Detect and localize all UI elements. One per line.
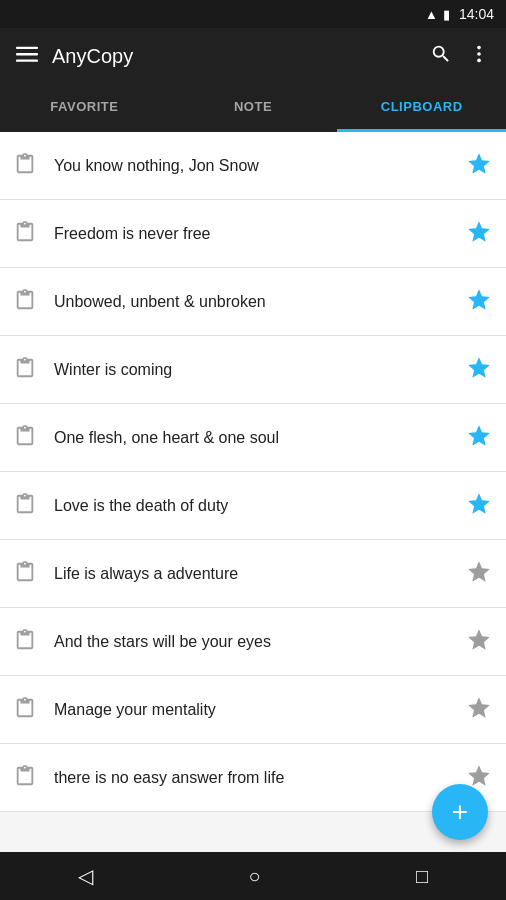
status-time: 14:04 [459,6,494,22]
svg-point-3 [477,46,481,50]
nav-bar: ◁ ○ □ [0,852,506,900]
star-icon[interactable] [466,491,492,521]
status-icons: ▲ ▮ 14:04 [425,6,494,22]
list-item[interactable]: And the stars will be your eyes [0,608,506,676]
clipboard-icon [14,561,54,587]
app-title: AnyCopy [52,45,430,68]
list-item[interactable]: Life is always a adventure [0,540,506,608]
item-text: Freedom is never free [54,225,466,243]
star-icon[interactable] [466,287,492,317]
list-item[interactable]: there is no easy answer from life [0,744,506,812]
star-icon[interactable] [466,423,492,453]
clipboard-icon [14,425,54,451]
list-item[interactable]: Winter is coming [0,336,506,404]
list-item[interactable]: Manage your mentality [0,676,506,744]
app-bar-actions [430,43,490,69]
status-bar: ▲ ▮ 14:04 [0,0,506,28]
fab-container: + [432,784,488,840]
hamburger-icon[interactable] [16,43,38,70]
clipboard-icon [14,629,54,655]
item-text: And the stars will be your eyes [54,633,466,651]
tabs: FAVORITE NOTE CLIPBOARD [0,84,506,132]
item-text: Unbowed, unbent & unbroken [54,293,466,311]
item-text: Life is always a adventure [54,565,466,583]
svg-point-5 [477,59,481,63]
tab-clipboard[interactable]: CLIPBOARD [337,84,506,132]
clipboard-icon [14,289,54,315]
list-item[interactable]: Unbowed, unbent & unbroken [0,268,506,336]
item-text: Winter is coming [54,361,466,379]
app-bar: AnyCopy [0,28,506,84]
list-item[interactable]: You know nothing, Jon Snow [0,132,506,200]
recent-button[interactable]: □ [396,857,448,896]
item-text: One flesh, one heart & one soul [54,429,466,447]
tab-note[interactable]: NOTE [169,84,338,132]
clipboard-icon [14,221,54,247]
tab-favorite[interactable]: FAVORITE [0,84,169,132]
star-icon[interactable] [466,695,492,725]
star-icon[interactable] [466,627,492,657]
clipboard-icon [14,153,54,179]
clipboard-icon [14,357,54,383]
list-item[interactable]: One flesh, one heart & one soul [0,404,506,472]
back-button[interactable]: ◁ [58,856,113,896]
svg-rect-2 [16,59,38,61]
star-icon[interactable] [466,219,492,249]
star-icon[interactable] [466,151,492,181]
list-item[interactable]: Love is the death of duty [0,472,506,540]
clipboard-icon [14,765,54,791]
svg-point-4 [477,52,481,56]
search-icon[interactable] [430,43,452,69]
list-item[interactable]: Freedom is never free [0,200,506,268]
wifi-icon: ▲ [425,7,438,22]
home-button[interactable]: ○ [228,857,280,896]
svg-rect-0 [16,46,38,48]
item-text: Manage your mentality [54,701,466,719]
item-text: there is no easy answer from life [54,769,466,787]
star-icon[interactable] [466,355,492,385]
star-icon[interactable] [466,559,492,589]
fab-add-button[interactable]: + [432,784,488,840]
clipboard-icon [14,493,54,519]
list-container: You know nothing, Jon Snow Freedom is ne… [0,132,506,852]
more-options-icon[interactable] [468,43,490,69]
clipboard-icon [14,697,54,723]
item-text: You know nothing, Jon Snow [54,157,466,175]
svg-rect-1 [16,53,38,55]
battery-icon: ▮ [443,7,450,22]
item-text: Love is the death of duty [54,497,466,515]
